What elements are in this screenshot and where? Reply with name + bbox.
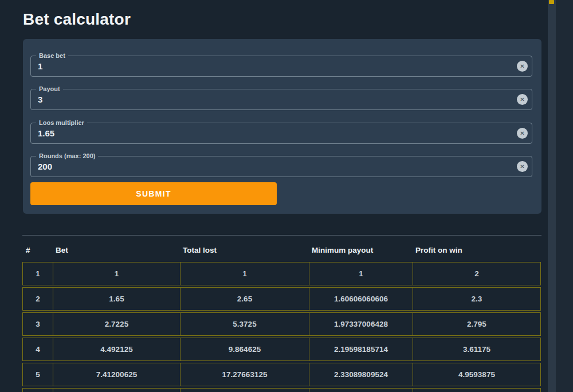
base-bet-clear-button[interactable]: ✕: [517, 61, 528, 72]
table-cell: 1.97337006428: [309, 313, 413, 335]
table-cell: 7.41200625: [53, 363, 180, 386]
table-cell: [23, 389, 53, 392]
column-header-minimum-payout: Minimum payout: [309, 246, 413, 254]
table-cell: 1.60606060606: [309, 288, 413, 310]
table-cell: 4: [23, 338, 53, 360]
table-cell: 4.9593875: [413, 363, 540, 386]
clear-icon: ✕: [520, 97, 524, 103]
window-edge: [556, 0, 573, 392]
rounds-field[interactable]: Rounds (max: 200) 200 ✕: [30, 156, 532, 177]
table-cell: 3: [23, 313, 53, 335]
column-header-profit-on-win: Profit on win: [413, 246, 541, 254]
table-cell: 1: [180, 262, 309, 285]
table-row: 57.4120062517.276631252.330898095244.959…: [22, 363, 541, 386]
table-cell: 2.33089809524: [309, 363, 413, 386]
table-cell: [413, 389, 540, 392]
table-cell: [53, 389, 180, 392]
rounds-value[interactable]: 200: [38, 156, 511, 177]
table-cell: 2.795: [413, 313, 540, 335]
table-cell: 3.61175: [413, 338, 540, 360]
table-cell: 2: [413, 262, 540, 285]
loss-multiplier-value[interactable]: 1.65: [38, 123, 511, 143]
payout-field[interactable]: Payout 3 ✕: [30, 89, 532, 110]
rounds-clear-button[interactable]: ✕: [517, 161, 528, 172]
table-row-partial: [22, 388, 541, 392]
table-row: 32.72255.37251.973370064282.795: [22, 312, 541, 336]
payout-clear-button[interactable]: ✕: [517, 94, 528, 105]
table-top-divider: [22, 235, 541, 236]
table-cell: 2.7225: [53, 313, 180, 335]
clear-icon: ✕: [520, 64, 524, 69]
loss-multiplier-field[interactable]: Loos multiplier 1.65 ✕: [30, 123, 532, 144]
scrollbar-thumb[interactable]: [549, 0, 554, 4]
submit-button[interactable]: SUBMIT: [30, 182, 277, 205]
scrollbar-track[interactable]: [548, 0, 556, 392]
table-row: 11112: [22, 262, 541, 285]
table-cell: 2.3: [413, 288, 540, 310]
table-cell: 2.65: [180, 288, 309, 310]
table-cell: 5: [23, 363, 53, 386]
column-header-bet: Bet: [53, 246, 180, 254]
table-cell: 17.27663125: [180, 363, 309, 386]
clear-icon: ✕: [520, 131, 524, 136]
table-cell: [309, 389, 413, 392]
table-cell: 1: [23, 262, 53, 285]
base-bet-field[interactable]: Base bet 1 ✕: [30, 56, 532, 77]
base-bet-value[interactable]: 1: [38, 56, 511, 76]
table-cell: 5.3725: [180, 313, 309, 335]
results-table: 1111221.652.651.606060606062.332.72255.3…: [22, 262, 541, 392]
bet-form-card: Base bet 1 ✕ Payout 3 ✕ Loos multiplier …: [23, 39, 541, 214]
loss-multiplier-clear-button[interactable]: ✕: [517, 128, 528, 139]
column-header-total-lost: Total lost: [180, 246, 309, 254]
table-cell: 1.65: [53, 288, 180, 310]
table-cell: 9.864625: [180, 338, 309, 360]
table-cell: [180, 389, 309, 392]
column-header-index: #: [23, 246, 53, 254]
table-row: 44.4921259.8646252.195981857143.61175: [22, 338, 541, 361]
payout-value[interactable]: 3: [38, 89, 511, 109]
page-title: Bet calculator: [23, 10, 131, 29]
table-cell: 2.19598185714: [309, 338, 413, 360]
clear-icon: ✕: [520, 164, 524, 170]
table-cell: 2: [23, 288, 53, 310]
table-cell: 1: [53, 262, 180, 285]
table-row: 21.652.651.606060606062.3: [22, 287, 541, 311]
table-cell: 1: [309, 262, 413, 285]
table-cell: 4.492125: [53, 338, 180, 360]
table-header-row: # Bet Total lost Minimum payout Profit o…: [23, 241, 541, 258]
